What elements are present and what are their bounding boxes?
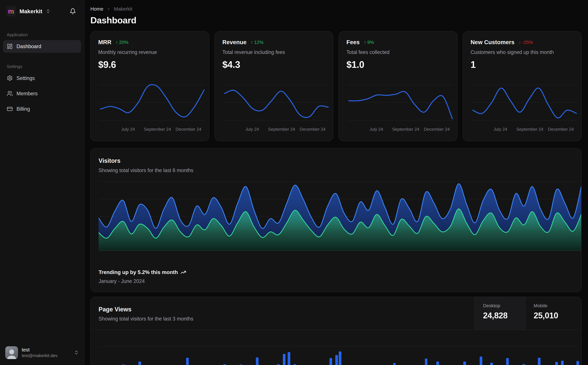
stat-value: $9.6: [98, 59, 201, 70]
visitors-area-chart: [99, 176, 581, 251]
page-views-bar: [561, 361, 564, 365]
sparkline-chart: [224, 81, 329, 124]
page-views-bar: [436, 362, 439, 365]
workspace-name: Makerkit: [20, 8, 42, 14]
page-views-bar: [330, 358, 332, 365]
page-views-bar: [186, 358, 189, 365]
page-views-bar: [538, 358, 540, 365]
sidebar-item-settings[interactable]: Settings: [3, 72, 81, 84]
workspace-selector[interactable]: m Makerkit: [3, 5, 81, 18]
logo-m-glyph: m: [8, 8, 14, 15]
section-label-application: Application: [3, 32, 81, 37]
sidebar-item-label: Billing: [17, 106, 30, 112]
stat-description: Monthly recurring revenue: [98, 49, 201, 55]
stat-value: $4.3: [222, 59, 325, 70]
app-window: m Makerkit Application Dashboard Setting…: [0, 0, 588, 365]
chevrons-up-down-icon: [74, 350, 79, 355]
user-name: test: [22, 347, 57, 353]
makerkit-logo: m: [6, 6, 16, 16]
page-views-bar: [555, 362, 558, 365]
page-views-bar: [339, 351, 341, 365]
trend-badge: ↓-25%: [519, 40, 533, 45]
users-icon: [7, 91, 13, 97]
page-views-bar: [490, 363, 493, 365]
page-views-bar: [425, 358, 428, 365]
trending-up-icon: [180, 270, 186, 275]
page-views-bar: [223, 364, 226, 365]
section-label-settings: Settings: [3, 64, 81, 69]
sidebar-item-members[interactable]: Members: [3, 87, 81, 100]
stat-cards-row: MRR ↑20% Monthly recurring revenue $9.6 …: [90, 31, 581, 141]
sidebar-item-label: Settings: [17, 75, 35, 81]
page-views-title: Page Views: [99, 306, 474, 313]
sidebar-item-billing[interactable]: Billing: [3, 103, 81, 115]
page-views-card: Page Views Showing total visitors for th…: [90, 297, 581, 365]
breadcrumb-current: Makerkit: [114, 6, 132, 12]
trend-badge: ↑9%: [364, 40, 374, 45]
user-email: test@makerkit.dev: [22, 353, 57, 358]
credit-card-icon: [7, 106, 13, 112]
page-views-bar: [523, 364, 525, 365]
tab-mobile[interactable]: Mobile 25,010: [525, 297, 581, 330]
main-content: Home Makerkit Dashboard MRR ↑20% Monthly…: [84, 0, 588, 365]
page-title: Dashboard: [90, 15, 581, 26]
sparkline-chart: [100, 81, 205, 124]
user-menu[interactable]: test test@makerkit.dev: [3, 344, 81, 361]
gear-icon: [7, 75, 13, 81]
page-views-bar: [463, 362, 466, 365]
page-views-bar: [480, 357, 482, 365]
tab-value: 24,828: [483, 311, 525, 320]
page-views-bar: [335, 355, 338, 365]
page-views-bar: [138, 362, 141, 365]
sparkline-chart: [348, 81, 453, 124]
arrow-down-icon: ↓: [519, 40, 521, 45]
sparkline-x-labels: July 24September 24December 24: [472, 127, 577, 132]
page-views-series-tabs: Desktop 24,828 Mobile 25,010: [474, 297, 581, 330]
page-views-bar: [283, 354, 285, 365]
stat-card-fees: Fees ↑9% Total fees collected $1.0 July …: [339, 31, 457, 141]
layout-dashboard-icon: [7, 43, 13, 49]
sidebar-item-label: Members: [17, 91, 38, 97]
sidebar-item-label: Dashboard: [17, 43, 41, 49]
stat-description: Customers who signed up this month: [470, 49, 574, 55]
tab-value: 25,010: [533, 311, 581, 320]
sparkline-chart: [472, 81, 577, 124]
stat-value: $1.0: [346, 59, 450, 70]
sparkline-x-labels: July 24September 24December 24: [348, 127, 453, 132]
stat-description: Total revenue including fees: [222, 49, 325, 55]
sparkline-x-labels: July 24September 24December 24: [224, 127, 329, 132]
page-views-bar: [393, 363, 396, 365]
visitors-trending-text: Trending up by 5.2% this month: [99, 269, 186, 275]
stat-card-revenue: Revenue ↑12% Total revenue including fee…: [214, 31, 333, 141]
stat-title: Revenue: [222, 39, 246, 45]
arrow-up-icon: ↑: [251, 40, 253, 45]
chevrons-up-down-icon: [46, 9, 50, 14]
tab-label: Mobile: [533, 303, 581, 309]
chevron-right-icon: [106, 7, 111, 11]
trend-badge: ↑12%: [251, 40, 264, 45]
page-views-header: Page Views Showing total visitors for th…: [91, 297, 581, 330]
visitors-subtitle: Showing total visitors for the last 6 mo…: [99, 168, 581, 173]
stat-description: Total fees collected: [346, 49, 450, 55]
avatar: [5, 346, 18, 359]
visitors-card: Visitors Showing total visitors for the …: [90, 148, 581, 292]
tab-desktop[interactable]: Desktop 24,828: [474, 297, 525, 330]
tab-label: Desktop: [483, 303, 525, 309]
stat-title: Fees: [346, 39, 360, 45]
page-views-bar: [288, 352, 290, 365]
page-views-bar: [506, 358, 509, 365]
stat-card-new-customers: New Customers ↓-25% Customers who signed…: [463, 31, 582, 141]
page-views-bar: [277, 364, 280, 365]
sidebar-item-dashboard[interactable]: Dashboard: [3, 40, 81, 53]
trend-badge: ↑20%: [116, 40, 129, 45]
stat-title: MRR: [98, 39, 111, 45]
arrow-up-icon: ↑: [116, 40, 118, 45]
breadcrumb-home-link[interactable]: Home: [90, 6, 103, 12]
bell-icon[interactable]: [68, 6, 78, 16]
breadcrumb: Home Makerkit: [90, 6, 581, 12]
page-views-bar: [576, 361, 579, 365]
arrow-up-icon: ↑: [364, 40, 366, 45]
sidebar: m Makerkit Application Dashboard Setting…: [0, 0, 84, 365]
page-views-subtitle: Showing total visitors for the last 3 mo…: [99, 316, 474, 322]
page-views-bar: [293, 364, 296, 365]
